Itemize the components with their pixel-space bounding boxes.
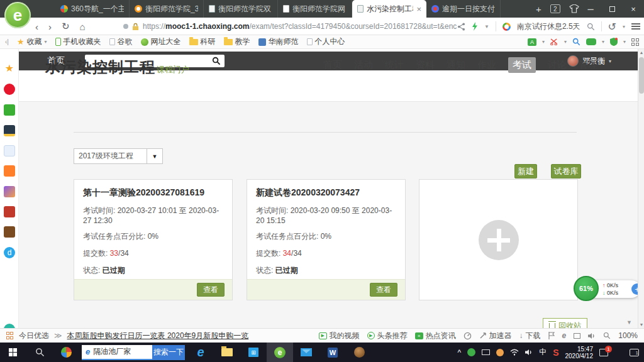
tab-course-active[interactable]: 水污染控制工程 × (352, 0, 426, 18)
today-picks-label[interactable]: 今日优选 (19, 331, 49, 341)
chevron-down-icon[interactable]: ▾ (623, 39, 626, 45)
tab-hengyang-1[interactable]: 衡阳师范学院_3 (130, 0, 204, 18)
scroll-down-hint-icon[interactable]: ▼ (626, 319, 632, 326)
nav-manage[interactable]: 管理 (579, 59, 597, 71)
taobao-icon[interactable] (4, 165, 15, 177)
start-button[interactable] (0, 343, 26, 362)
browser-logo-icon[interactable]: e (4, 2, 31, 28)
translate-icon[interactable]: A (528, 38, 536, 46)
pinwheel-app-button[interactable] (53, 343, 79, 362)
ie-mode-icon[interactable]: e (562, 331, 567, 340)
view-exam-button[interactable]: 查看 (197, 283, 225, 297)
forward-icon[interactable]: › (48, 21, 52, 32)
file-explorer-button[interactable] (214, 343, 240, 362)
reading-list-tray-icon[interactable]: 1 (599, 349, 608, 356)
bookmark-folder-research[interactable]: 科研 (189, 36, 216, 47)
volume-icon[interactable] (525, 349, 533, 356)
exam-title[interactable]: 第十一章测验20200327081619 (83, 187, 223, 199)
360-search-icon[interactable] (502, 23, 511, 31)
extensions-icon[interactable] (631, 38, 639, 46)
action-center-icon[interactable]: 1 (630, 349, 639, 356)
games-icon[interactable] (586, 38, 596, 45)
exam-title[interactable]: 新建试卷20200320073427 (256, 187, 396, 199)
new-exam-button[interactable]: 新建 (514, 164, 537, 178)
weibo-icon[interactable] (4, 84, 15, 95)
taskbar-search-input[interactable]: e 隔油池厂家 (82, 345, 152, 360)
menu-icon[interactable] (631, 23, 640, 30)
toutiao-button[interactable]: ▶头条推荐 (367, 331, 408, 341)
edge-app-button[interactable]: e (187, 343, 214, 362)
nav-discussion[interactable]: 讨论 (548, 59, 567, 71)
class-filter-select[interactable]: 2017级环境工程 ▼ (74, 148, 163, 164)
app-tray-icon[interactable] (496, 349, 504, 356)
url-field[interactable]: https://mooc1-1.chaoxing.com/exam/test?c… (123, 18, 457, 35)
site-info-icon[interactable] (123, 24, 128, 29)
exam-bank-button[interactable]: 试卷库 (551, 164, 581, 178)
bookmark-google[interactable]: 谷歌 (109, 36, 133, 47)
tab-hengyang-3[interactable]: 衡阳师范学院网 (278, 0, 352, 18)
home-icon[interactable]: ⌂ (80, 21, 86, 32)
sogou-ime-icon[interactable]: S (553, 348, 558, 358)
page-scrollbar[interactable]: ▲ ▼ (638, 49, 644, 328)
bookmark-scnu[interactable]: 华南师范 (258, 36, 299, 47)
view-exam-button[interactable]: 查看 (370, 283, 397, 297)
bookmark-folder-teaching[interactable]: 教学 (224, 36, 250, 47)
hot-news-button[interactable]: ≡热点资讯 (415, 331, 456, 341)
zoom-level[interactable]: 100% (618, 331, 638, 340)
chevron-down-icon[interactable]: ▾ (602, 39, 604, 45)
game-app-icon[interactable] (4, 226, 15, 238)
favorites-star-icon[interactable]: ★ (4, 63, 15, 74)
taskbar-search-go-button[interactable]: 搜索一下 (152, 345, 185, 360)
taskbar-clock[interactable]: 15:47 2020/4/12 (565, 346, 594, 359)
accelerator-button[interactable]: 加速器 (479, 331, 512, 341)
undo-dropdown-icon[interactable]: ▾ (623, 24, 625, 30)
my-videos-button[interactable]: ▶我的视频 (319, 331, 360, 341)
news-link[interactable]: 本周新股申购发行日历一览表 2020年9月新股申购一览 (67, 331, 249, 341)
chevron-down-icon[interactable]: ▾ (542, 39, 545, 45)
browser-app-button-active[interactable]: e (267, 343, 293, 362)
new-tab-button[interactable]: + (536, 4, 541, 14)
recycle-bin-button[interactable]: 回收站 (543, 318, 587, 328)
undo-icon[interactable]: ↺ (608, 21, 616, 33)
close-window-button[interactable]: × (623, 0, 644, 18)
download-button[interactable]: ↓下载 (519, 331, 541, 341)
share-icon[interactable] (457, 23, 465, 31)
hot-search-text[interactable]: 南京试行休息2.5天 (517, 21, 580, 32)
wifi-icon[interactable] (510, 349, 519, 356)
lightning-icon[interactable] (472, 22, 478, 31)
select-arrow-icon[interactable]: ▼ (147, 149, 162, 163)
bookmark-site-directory[interactable]: 网址大全 (141, 36, 181, 47)
wallet-shield-icon[interactable] (610, 38, 618, 46)
screenshot-scissors-icon[interactable] (550, 38, 558, 45)
bookmark-favorites[interactable]: ★ 收藏 ▾ (17, 36, 47, 47)
nav-statistics[interactable]: 统计 (385, 59, 404, 71)
collapse-sidebar-icon[interactable]: ‹| (5, 38, 9, 45)
tray-expand-icon[interactable]: ^ (458, 348, 462, 357)
plus-icon[interactable] (479, 220, 519, 260)
tab-close-icon[interactable]: × (416, 4, 421, 14)
nav-materials[interactable]: 资料 (416, 59, 435, 71)
speed-gauge-icon[interactable] (464, 332, 472, 340)
tab-count-button[interactable]: 2 (550, 4, 560, 13)
find-icon[interactable] (572, 38, 580, 46)
window-mode-icon[interactable] (574, 333, 580, 339)
search-icon[interactable] (587, 23, 595, 31)
site-search-button[interactable] (208, 55, 225, 67)
mute-icon[interactable] (588, 332, 596, 339)
mail-app-button[interactable] (293, 343, 319, 362)
add-download-button[interactable]: + (631, 283, 638, 295)
flag-icon[interactable] (548, 332, 555, 339)
antivirus-tray-icon[interactable] (467, 348, 475, 356)
minimize-button[interactable]: ─ (580, 0, 601, 18)
zoom-icon[interactable] (603, 332, 611, 339)
qa-app-icon[interactable] (4, 125, 15, 136)
reload-icon[interactable]: ↻ (62, 21, 70, 32)
download-speed-widget[interactable]: 61% ↑ 0K/s ↓ 0K/s + (577, 280, 638, 298)
scrollbar-down-icon[interactable]: ▼ (638, 322, 644, 327)
back-icon[interactable]: ‹ (35, 21, 38, 32)
notes-icon[interactable] (4, 145, 15, 156)
security-score-badge[interactable]: 61% (574, 276, 599, 301)
taskbar-search-button[interactable] (26, 343, 53, 362)
word-app-button[interactable]: W (319, 343, 346, 362)
display-tray-icon[interactable] (482, 349, 490, 355)
